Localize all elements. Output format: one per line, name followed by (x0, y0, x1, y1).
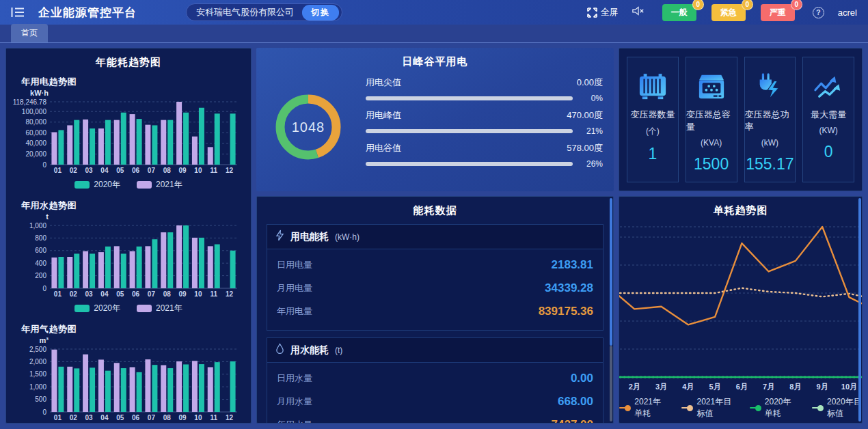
fullscreen-icon (587, 8, 597, 18)
svg-text:100,000: 100,000 (22, 108, 47, 115)
svg-text:800: 800 (35, 234, 46, 242)
pv-row-valley: 用电谷值 578.00度 26% (366, 142, 603, 169)
table-row: 年用电量 839175.36 (275, 300, 595, 323)
svg-text:3月: 3月 (655, 383, 666, 391)
svg-text:2月: 2月 (628, 383, 640, 391)
panel-scrollbar[interactable] (610, 198, 612, 421)
energy-data-panel: 能耗数据 用电能耗 (kW·h) 日用电量 2183.81 月用电量 34 (256, 196, 614, 424)
svg-text:t: t (46, 212, 49, 221)
legend-2020[interactable]: 2020年 (74, 179, 120, 191)
svg-text:03: 03 (85, 167, 94, 174)
svg-text:20,000: 20,000 (25, 150, 46, 158)
svg-text:2,500: 2,500 (29, 346, 46, 353)
svg-text:9月: 9月 (816, 383, 828, 391)
progress-track (366, 162, 573, 166)
mute-speaker-icon[interactable] (632, 6, 645, 18)
svg-text:8月: 8月 (789, 383, 801, 391)
svg-text:200: 200 (35, 272, 46, 279)
svg-text:500: 500 (35, 396, 46, 403)
svg-text:1,000: 1,000 (29, 383, 46, 391)
legend-2021-consumption[interactable]: 2021年单耗 (619, 396, 664, 419)
legend-2021-target[interactable]: 2021年目标值 (681, 396, 731, 419)
switch-company-button[interactable]: 切换 (302, 5, 339, 20)
transformer-icon (637, 71, 668, 102)
legend-2020-target[interactable]: 2020年目标值 (812, 396, 862, 419)
svg-text:08: 08 (163, 414, 172, 421)
svg-text:09: 09 (179, 167, 187, 174)
svg-text:02: 02 (70, 167, 78, 174)
annual-energy-title: 年能耗趋势图 (6, 49, 251, 69)
svg-text:04: 04 (100, 290, 109, 298)
main-content: 日峰谷平用电 1048 用电尖值 0.00度 0% (0, 43, 868, 429)
svg-text:09: 09 (179, 290, 187, 298)
svg-text:0: 0 (42, 285, 46, 292)
company-name: 安科瑞电气股份有限公司 (196, 6, 294, 18)
panel-scrollbar[interactable] (858, 198, 861, 421)
svg-text:04: 04 (100, 167, 109, 174)
svg-text:40,000: 40,000 (25, 139, 46, 147)
unit-trend-panel: 单耗趋势图 0100200300400500536.671月2月3月4月5月6月… (619, 196, 863, 424)
peak-valley-panel: 日峰谷平用电 1048 用电尖值 0.00度 0% (256, 48, 614, 191)
stat-card-total-capacity: 变压器总容量 (KVA) 1500 (686, 57, 737, 182)
legend-2020[interactable]: 2020年 (74, 303, 120, 314)
legend-2021[interactable]: 2021年 (137, 303, 182, 314)
svg-text:03: 03 (85, 290, 94, 298)
svg-text:118,246.78: 118,246.78 (13, 98, 47, 106)
svg-text:7月: 7月 (763, 383, 774, 391)
stat-card-max-demand: 最大需量 (KW) 0 (802, 57, 854, 182)
table-row: 日用水量 0.00 (275, 367, 595, 390)
svg-text:08: 08 (163, 167, 172, 174)
svg-text:10月: 10月 (841, 383, 856, 391)
unit-trend-title: 单耗趋势图 (619, 197, 862, 217)
annual-gas-chart: 年用气趋势图 m³05001,0001,5002,0002,5000102030… (6, 318, 251, 424)
collapse-menu-icon[interactable] (11, 6, 26, 18)
progress-track (366, 129, 573, 133)
water-drop-icon (275, 343, 284, 357)
stat-card-transformer-count: 变压器数量 (个) 1 (627, 57, 679, 182)
tab-home[interactable]: 首页 (11, 24, 48, 42)
svg-text:10: 10 (194, 167, 202, 174)
donut-center-value: 1048 (269, 87, 348, 167)
alert-buttons: 一般 0 紧急 0 严重 0 (662, 4, 795, 21)
svg-text:01: 01 (54, 167, 62, 174)
stat-card-total-power: 变压器总功率 (kW) 155.17 (744, 57, 796, 182)
help-icon[interactable] (813, 7, 824, 18)
alert-critical-button[interactable]: 严重 0 (761, 4, 795, 21)
peak-valley-title: 日峰谷平用电 (256, 48, 614, 68)
alert-urgent-button[interactable]: 紧急 0 (711, 4, 746, 21)
username[interactable]: acrel (838, 8, 857, 18)
fullscreen-button[interactable]: 全屏 (587, 6, 619, 18)
svg-text:09: 09 (179, 414, 187, 421)
svg-text:08: 08 (163, 290, 172, 298)
stat-value: 0 (824, 143, 833, 161)
transformer-stats-panel: 变压器数量 (个) 1 变 (619, 48, 863, 191)
svg-text:05: 05 (116, 167, 124, 174)
scrollbar-thumb[interactable] (858, 198, 861, 421)
svg-text:2,000: 2,000 (29, 358, 46, 365)
table-row: 月用电量 34339.28 (275, 277, 595, 300)
svg-text:60,000: 60,000 (25, 129, 46, 137)
app-header: 企业能源管控平台 安科瑞电气股份有限公司 切换 全屏 一般 0 (0, 0, 868, 25)
capacity-icon (696, 71, 727, 102)
alert-normal-button[interactable]: 一般 0 (662, 4, 696, 21)
company-selector[interactable]: 安科瑞电气股份有限公司 切换 (186, 3, 342, 21)
alert-normal-badge: 0 (692, 0, 704, 10)
svg-text:m³: m³ (40, 336, 49, 344)
legend-2020-consumption[interactable]: 2020年单耗 (750, 396, 794, 419)
annual-energy-panel: 年能耗趋势图 年用电趋势图 kW·h020,00040,00060,00080,… (5, 48, 252, 424)
scrollbar-thumb[interactable] (610, 198, 612, 346)
svg-text:12: 12 (226, 167, 234, 174)
svg-text:02: 02 (70, 414, 78, 421)
energy-data-title: 能耗数据 (257, 197, 613, 217)
svg-text:0: 0 (42, 409, 46, 416)
svg-text:12: 12 (226, 414, 234, 421)
legend-2021[interactable]: 2021年 (137, 179, 182, 191)
svg-text:02: 02 (70, 290, 78, 298)
svg-text:kW·h: kW·h (30, 89, 49, 97)
svg-text:06: 06 (132, 414, 140, 421)
svg-text:05: 05 (116, 290, 124, 298)
fullscreen-label: 全屏 (601, 6, 619, 18)
svg-text:05: 05 (116, 414, 124, 421)
line-chart-legend: 2021年单耗 2021年目标值 2020年单耗 2020年目标值 (619, 396, 862, 424)
annual-water-chart: 年用水趋势图 t02004006008001,00001020304050607… (6, 194, 251, 316)
